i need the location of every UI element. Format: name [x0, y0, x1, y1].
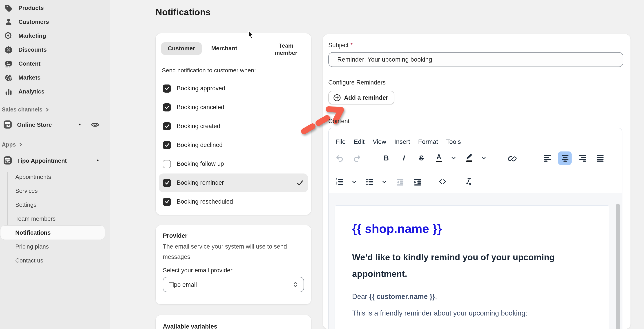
required-asterisk: *	[350, 42, 353, 48]
tag-icon	[4, 3, 13, 12]
menu-insert[interactable]: Insert	[390, 137, 414, 146]
configure-reminders-label: Configure Reminders	[328, 79, 386, 86]
sidebar-item-label: Marketing	[18, 32, 46, 39]
menu-file[interactable]: File	[332, 137, 350, 146]
storefront-icon	[3, 120, 12, 129]
sidebar-item-appointments[interactable]: Appointments	[0, 170, 105, 184]
notification-options: Booking approvedBooking canceledBooking …	[156, 76, 311, 211]
tab-team-member[interactable]: Team member	[267, 42, 305, 57]
person-icon	[4, 17, 13, 26]
bold-button[interactable]: B	[380, 151, 393, 165]
sidebar-item-label: Analytics	[18, 88, 44, 95]
menu-tools[interactable]: Tools	[442, 137, 465, 146]
subject-input[interactable]	[328, 52, 623, 67]
sidebar-item-content[interactable]: Content	[0, 57, 110, 70]
tab-customer[interactable]: Customer	[161, 42, 202, 55]
sidebar-item-markets[interactable]: $Markets	[0, 70, 110, 84]
link-button[interactable]	[506, 151, 520, 165]
select-updown-icon	[292, 281, 299, 289]
highlight-color-button[interactable]	[462, 151, 476, 165]
sidebar-item-customers[interactable]: Customers	[0, 15, 110, 29]
code-button[interactable]	[436, 175, 449, 188]
menu-format[interactable]: Format	[414, 137, 442, 146]
clear-formatting-button[interactable]	[462, 175, 475, 188]
sidebar-item-label: Products	[18, 4, 44, 11]
provider-select-label: Select your email provider	[163, 267, 304, 274]
undo-button[interactable]	[333, 151, 346, 165]
mouse-cursor	[248, 30, 254, 39]
checkbox-unchecked-icon[interactable]	[163, 160, 171, 168]
sidebar-item-discounts[interactable]: Discounts	[0, 43, 110, 57]
menu-view[interactable]: View	[368, 137, 390, 146]
sidebar-item-label: Discounts	[18, 46, 47, 53]
text-color-button[interactable]: A	[432, 151, 446, 165]
selected-check-icon	[296, 179, 304, 187]
outdent-button[interactable]	[393, 175, 406, 188]
checkbox-checked-icon[interactable]	[163, 84, 171, 92]
chevron-right-icon	[45, 107, 50, 112]
sidebar: ProductsCustomersMarketingDiscountsConte…	[0, 0, 110, 329]
align-justify-button[interactable]	[593, 151, 607, 165]
align-center-button[interactable]	[558, 151, 572, 165]
email-provider-select[interactable]: Tipo email	[163, 277, 304, 292]
screen: ProductsCustomersMarketingDiscountsConte…	[0, 0, 644, 329]
editor-toolbar-row1: B I S A	[329, 146, 622, 170]
app-window: ProductsCustomersMarketingDiscountsConte…	[0, 0, 644, 329]
editor-content-area[interactable]: {{ shop.name }} We’d like to kindly remi…	[329, 193, 622, 329]
apps-header[interactable]: Apps	[0, 140, 110, 149]
sidebar-item-analytics[interactable]: Analytics	[0, 84, 110, 98]
checkbox-checked-icon[interactable]	[163, 103, 171, 111]
discount-icon	[4, 45, 13, 54]
available-variables-title: Available variables	[163, 323, 304, 329]
sidebar-item-tipo-appointment[interactable]: Tipo Appointment	[0, 153, 110, 168]
editor-scrollbar-thumb[interactable]	[616, 204, 620, 329]
tab-merchant[interactable]: Merchant	[204, 42, 244, 55]
option-row-booking-created[interactable]: Booking created	[159, 117, 308, 135]
numbered-list-dropdown-icon[interactable]	[350, 175, 358, 188]
redo-button[interactable]	[350, 151, 364, 165]
indent-button[interactable]	[410, 175, 424, 188]
rich-text-editor: FileEditViewInsertFormatTools B I S A	[328, 128, 622, 329]
checkbox-checked-icon[interactable]	[163, 179, 171, 187]
chevron-right-icon	[19, 142, 23, 147]
option-row-booking-declined[interactable]: Booking declined	[159, 135, 308, 154]
sidebar-item-online-store[interactable]: Online Store	[0, 117, 110, 132]
provider-title: Provider	[163, 232, 304, 239]
sidebar-item-settings[interactable]: Settings	[0, 198, 105, 212]
sidebar-item-pricing-plans[interactable]: Pricing plans	[0, 240, 105, 254]
strikethrough-button[interactable]: S	[415, 151, 428, 165]
sidebar-item-products[interactable]: Products	[0, 1, 110, 15]
sidebar-item-team-members[interactable]: Team members	[0, 212, 105, 226]
bullet-list-button[interactable]	[363, 175, 376, 188]
sidebar-item-marketing[interactable]: Marketing	[0, 29, 110, 43]
align-left-button[interactable]	[540, 151, 554, 165]
bullet-list-dropdown-icon[interactable]	[380, 175, 388, 188]
provider-card: Provider The email service your system w…	[156, 225, 311, 304]
text-color-dropdown-icon[interactable]	[450, 151, 457, 165]
italic-button[interactable]: I	[397, 151, 410, 165]
numbered-list-button[interactable]: 123	[333, 175, 346, 188]
calendar-app-icon	[3, 156, 12, 165]
sidebar-item-notifications[interactable]: Notifications	[0, 226, 105, 240]
plus-circle-icon	[333, 94, 341, 101]
add-reminder-label: Add a reminder	[344, 94, 388, 101]
eye-icon[interactable]	[91, 120, 100, 129]
align-right-button[interactable]	[576, 151, 589, 165]
checkbox-checked-icon[interactable]	[163, 141, 171, 149]
sidebar-item-services[interactable]: Services	[0, 184, 105, 198]
option-label: Booking approved	[177, 85, 304, 92]
option-row-booking-rescheduled[interactable]: Booking rescheduled	[159, 192, 308, 211]
menu-edit[interactable]: Edit	[350, 137, 368, 146]
email-provider-value: Tipo email	[169, 281, 292, 288]
sales-channels-header[interactable]: Sales channels	[0, 105, 110, 114]
checkbox-checked-icon[interactable]	[163, 122, 171, 130]
page-title: Notifications	[156, 7, 211, 17]
highlight-color-dropdown-icon[interactable]	[480, 151, 487, 165]
checkbox-checked-icon[interactable]	[163, 198, 171, 206]
option-row-booking-approved[interactable]: Booking approved	[159, 79, 308, 98]
option-row-booking-reminder[interactable]: Booking reminder	[159, 173, 308, 192]
email-body-line: This is a friendly reminder about your u…	[352, 309, 592, 317]
option-row-booking-follow-up[interactable]: Booking follow up	[159, 154, 308, 173]
option-row-booking-canceled[interactable]: Booking canceled	[159, 98, 308, 117]
sidebar-item-contact-us[interactable]: Contact us	[0, 254, 105, 268]
